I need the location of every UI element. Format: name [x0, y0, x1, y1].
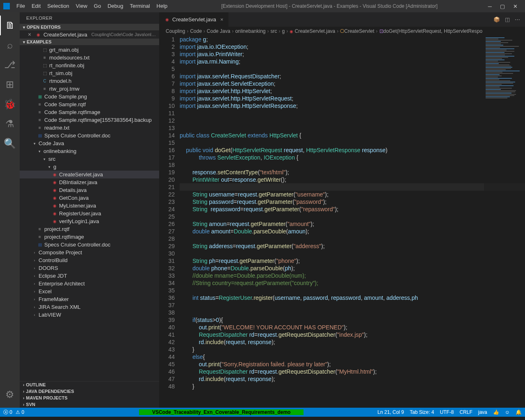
code-line[interactable]: rd.include(request, response);: [180, 338, 525, 346]
folder-item[interactable]: ›LabVIEW: [20, 311, 159, 319]
file-item[interactable]: ⬚rt_sim.obj: [20, 69, 159, 77]
more-actions-icon[interactable]: ⋯: [515, 16, 520, 23]
debug-activity-icon[interactable]: 🐞: [0, 94, 20, 114]
file-item[interactable]: ◉CreateServlet.java: [20, 171, 159, 178]
test-activity-icon[interactable]: ⚗: [0, 114, 20, 134]
menu-selection[interactable]: Selection: [44, 3, 72, 9]
code-line[interactable]: out.print("WELCOME! YOUR ACCOUNT HAS OPE…: [180, 324, 525, 331]
folder-item[interactable]: ›Eclipse JDT: [20, 272, 159, 280]
code-line[interactable]: [180, 287, 525, 294]
folder-item[interactable]: ▾onlinebanking: [20, 147, 159, 155]
file-item[interactable]: ⬚grt_main.obj: [20, 46, 159, 54]
encoding[interactable]: UTF-8: [440, 409, 454, 415]
maximize-button[interactable]: ▢: [500, 3, 505, 9]
code-line[interactable]: double phone=Double.parseDouble(ph);: [180, 265, 525, 272]
workspace-header[interactable]: ▾ EXAMPLES: [20, 39, 159, 45]
code-line[interactable]: [180, 65, 525, 73]
code-line[interactable]: String amoun=request.getParameter("amoun…: [180, 220, 525, 228]
menu-terminal[interactable]: Terminal: [126, 3, 153, 9]
folder-item[interactable]: ›Composite Project: [20, 249, 159, 256]
code-line[interactable]: import javax.servlet.http.HttpServletRes…: [180, 102, 525, 110]
code-line[interactable]: [180, 301, 525, 309]
code-line[interactable]: if(status>0){: [180, 316, 525, 324]
breadcrumb-item[interactable]: ◉ CreateServlet.java: [290, 28, 335, 34]
code-line[interactable]: import java.io.IOException;: [180, 43, 525, 50]
close-editor-icon[interactable]: ×: [28, 31, 34, 38]
code-line[interactable]: import javax.servlet.ServletException;: [180, 80, 525, 87]
code-line[interactable]: //String country=request.getParameter("c…: [180, 279, 525, 287]
file-item[interactable]: ◉RegisterUser.java: [20, 210, 159, 217]
breadcrumb-item[interactable]: g: [282, 28, 285, 34]
folder-item[interactable]: ›Excel: [20, 288, 159, 295]
open-editors-header[interactable]: ▾ OPEN EDITORS: [20, 24, 159, 30]
errors-count[interactable]: ⓧ 0: [3, 409, 12, 416]
breadcrumb-item[interactable]: Code Java: [207, 28, 230, 34]
warnings-count[interactable]: ⚠ 0: [16, 409, 24, 415]
folder-item[interactable]: ›FrameMaker: [20, 295, 159, 303]
file-item[interactable]: ◉GetCon.java: [20, 194, 159, 202]
file-item[interactable]: ◉Details.java: [20, 186, 159, 194]
language-mode[interactable]: java: [478, 409, 487, 415]
file-item[interactable]: ◉MyListener.java: [20, 202, 159, 210]
code-line[interactable]: PrintWriter out=response.getWriter();: [180, 176, 525, 183]
code-line[interactable]: package g;: [180, 36, 525, 43]
code-line[interactable]: RequestDispatcher rd=request.getRequestD…: [180, 331, 525, 338]
section-header-maven-projects[interactable]: ›MAVEN PROJECTS: [20, 395, 159, 401]
code-line[interactable]: String ph=request.getParameter("phone");: [180, 257, 525, 265]
file-item[interactable]: Crtmodel.h: [20, 77, 159, 85]
breadcrumb-item[interactable]: ⊡doGet(HttpServletRequest, HttpServletRe…: [379, 28, 482, 34]
file-item[interactable]: ≡Code Sample.rqtf: [20, 100, 159, 108]
code-line[interactable]: response.setContentType("text/html");: [180, 169, 525, 176]
folder-item[interactable]: ›ControlBuild: [20, 256, 159, 264]
code-line[interactable]: String repassword=request.getParameter("…: [180, 205, 525, 213]
code-line[interactable]: double amount=Double.parseDouble(amoun);: [180, 228, 525, 235]
code-line[interactable]: RequestDispatcher rd=request.getRequestD…: [180, 368, 525, 375]
file-item[interactable]: ◉DBIntializer.java: [20, 178, 159, 186]
menu-go[interactable]: Go: [91, 3, 104, 9]
code-line[interactable]: [180, 110, 525, 117]
code-line[interactable]: import javax.servlet.RequestDispatcher;: [180, 73, 525, 80]
file-item[interactable]: ≡rtw_proj.tmw: [20, 85, 159, 93]
folder-item[interactable]: ›Enterprise Architect: [20, 280, 159, 288]
code-line[interactable]: [180, 309, 525, 316]
code-line[interactable]: int status=RegisterUser.register(usernam…: [180, 294, 525, 301]
file-item[interactable]: ≡modelsources.txt: [20, 54, 159, 62]
extensions-activity-icon[interactable]: ⊞: [0, 75, 20, 94]
code-line[interactable]: String username=request.getParameter("us…: [180, 191, 525, 198]
close-tab-icon[interactable]: ×: [220, 16, 224, 23]
settings-activity-icon[interactable]: ⚙: [0, 385, 20, 404]
file-item[interactable]: ≡Code Sample.rqtfimage: [20, 108, 159, 116]
code-line[interactable]: [180, 235, 525, 242]
split-editor-icon[interactable]: ◫: [505, 16, 510, 23]
code-line[interactable]: import java.io.PrintWriter;: [180, 50, 525, 58]
code-line[interactable]: public void doGet(HttpServletRequest req…: [180, 146, 525, 154]
code-line[interactable]: String password=request.getParameter("pa…: [180, 198, 525, 205]
file-item[interactable]: ▤Specs Cruise Controller.doc: [20, 132, 159, 139]
open-editor-item[interactable]: × ◉ CreateServlet.java Coupling\Code\Cod…: [20, 30, 159, 39]
code-line[interactable]: [180, 124, 525, 132]
code-line[interactable]: [180, 139, 525, 146]
breadcrumb-item[interactable]: onlinebanking: [235, 28, 265, 34]
minimap[interactable]: [484, 36, 525, 408]
folder-item[interactable]: ▾src: [20, 155, 159, 163]
folder-item[interactable]: ›JIRA Search XML: [20, 303, 159, 311]
menu-edit[interactable]: Edit: [28, 3, 44, 9]
thumbs-up-icon[interactable]: 👍: [493, 409, 499, 415]
file-item[interactable]: ⬚rt_nonfinite.obj: [20, 62, 159, 69]
section-header-outline[interactable]: ›OUTLINE: [20, 381, 159, 388]
breadcrumb-item[interactable]: Coupling: [166, 28, 185, 34]
menu-file[interactable]: File: [13, 3, 28, 9]
close-button[interactable]: ✕: [513, 3, 518, 9]
file-item[interactable]: ≡project.rqtf: [20, 225, 159, 233]
notifications-icon[interactable]: 🔔: [516, 409, 522, 415]
search-alt-activity-icon[interactable]: 🔍: [0, 134, 20, 153]
file-item[interactable]: ≡project.rqtfimage: [20, 233, 159, 241]
menu-debug[interactable]: Debug: [104, 3, 126, 9]
code-line[interactable]: throws ServletException, IOException {: [180, 154, 525, 161]
menu-help[interactable]: Help: [153, 3, 171, 9]
code-line[interactable]: }: [180, 346, 525, 353]
breadcrumb-item[interactable]: src: [271, 28, 277, 34]
code-line[interactable]: rd.include(request, response);: [180, 375, 525, 383]
section-header-svn[interactable]: ›SVN: [20, 401, 159, 408]
feedback-icon[interactable]: ☺: [505, 409, 510, 415]
